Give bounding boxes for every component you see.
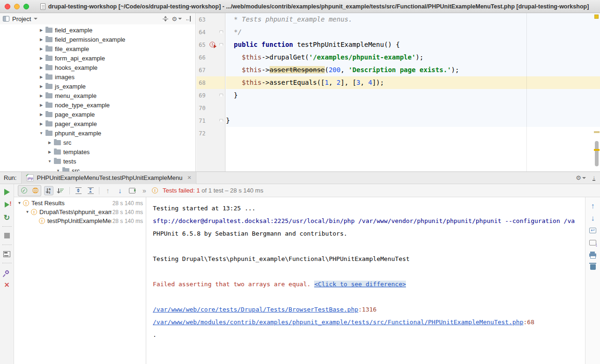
- project-tree-item[interactable]: ▶images: [0, 72, 195, 82]
- project-tree-item[interactable]: ▼tests: [0, 156, 195, 166]
- show-ignored-button[interactable]: [30, 186, 40, 195]
- gutter-line[interactable]: 67: [196, 64, 225, 76]
- rerun-failed-tests-button[interactable]: !: [2, 200, 12, 210]
- inspections-status-icon[interactable]: [594, 15, 599, 19]
- project-tree-item[interactable]: ▶templates: [0, 147, 195, 156]
- gutter-line[interactable]: 69: [196, 89, 225, 102]
- expanded-arrow-icon[interactable]: ▼: [24, 210, 31, 214]
- collapsed-arrow-icon[interactable]: ▶: [38, 84, 45, 89]
- collapsed-arrow-icon[interactable]: ▶: [38, 103, 45, 107]
- close-tab-icon[interactable]: ✕: [187, 175, 191, 181]
- collapsed-arrow-icon[interactable]: ▶: [38, 75, 45, 79]
- console-link[interactable]: <Click to see difference>: [314, 281, 406, 288]
- project-tree-item[interactable]: ▶page_example: [0, 110, 195, 119]
- code-fold-marker-icon[interactable]: [219, 43, 223, 47]
- gutter-line[interactable]: 71: [196, 114, 225, 127]
- collapsed-arrow-icon[interactable]: ▶: [38, 28, 45, 32]
- code-fold-marker-icon[interactable]: [219, 119, 223, 123]
- project-tree-item[interactable]: ▶hooks_example: [0, 63, 195, 72]
- project-tree-item[interactable]: ▶pager_example: [0, 119, 195, 128]
- sort-alphabetically-button[interactable]: az: [44, 186, 53, 195]
- project-settings-gear-button[interactable]: ⚙: [172, 15, 181, 23]
- collapsed-arrow-icon[interactable]: ▶: [38, 66, 45, 70]
- project-tree-item[interactable]: ▶src: [0, 138, 195, 147]
- expand-all-button[interactable]: [74, 186, 83, 195]
- restore-layout-button[interactable]: [2, 249, 12, 259]
- code-line[interactable]: */: [226, 26, 600, 38]
- next-failed-test-button[interactable]: ↓: [115, 186, 125, 195]
- collapsed-arrow-icon[interactable]: ▶: [46, 150, 53, 154]
- project-tree-item[interactable]: ▶form_api_example: [0, 53, 195, 63]
- failed-test-gutter-icon[interactable]: !: [210, 42, 215, 47]
- project-tree-item[interactable]: ▶field_permission_example: [0, 35, 195, 44]
- gutter-line[interactable]: 68: [196, 76, 225, 89]
- warning-stripe-mark[interactable]: [594, 131, 600, 133]
- close-window-button[interactable]: [5, 4, 10, 9]
- scrollbar-thumb[interactable]: [595, 141, 599, 166]
- editor-gutter[interactable]: 636465!66676869707172: [196, 13, 225, 171]
- gutter-line[interactable]: 66: [196, 51, 225, 64]
- collapse-all-button[interactable]: [86, 186, 95, 195]
- collapsed-arrow-icon[interactable]: ▶: [38, 47, 45, 51]
- project-tree-item[interactable]: ▼src: [0, 166, 195, 171]
- more-actions-button[interactable]: »: [140, 186, 149, 195]
- gutter-line[interactable]: 64: [196, 26, 225, 38]
- console-link[interactable]: /var/www/web/modules/contrib/examples/ph…: [153, 319, 524, 326]
- code-line[interactable]: }: [226, 114, 600, 127]
- code-line[interactable]: $this->assertResponse(200, 'Description …: [226, 64, 600, 76]
- collapsed-arrow-icon[interactable]: ▶: [38, 37, 45, 42]
- line-number[interactable]: 70: [196, 105, 209, 111]
- code-line[interactable]: }: [226, 89, 600, 102]
- test-console-output[interactable]: Testing started at 13:25 ...sftp://docke…: [147, 197, 585, 364]
- collapsed-arrow-icon[interactable]: ▶: [38, 122, 45, 126]
- collapse-all-button[interactable]: [161, 15, 170, 23]
- run-settings-gear-button[interactable]: ⚙: [576, 174, 586, 181]
- hide-run-panel-button[interactable]: ↓: [592, 175, 595, 181]
- minimize-window-button[interactable]: [14, 4, 20, 9]
- rerun-button[interactable]: [2, 187, 12, 197]
- test-result-row[interactable]: !testPhpUnitExampleMenu28 s 140 ms: [14, 216, 146, 225]
- editor-code-area[interactable]: * Tests phpunit_example menus. */ public…: [226, 13, 600, 171]
- project-tree-item[interactable]: ▶file_example: [0, 44, 195, 53]
- gutter-line[interactable]: 70: [196, 102, 225, 114]
- previous-failed-test-button[interactable]: ↑: [103, 186, 112, 195]
- console-link[interactable]: /var/www/web/core/tests/Drupal/Tests/Bro…: [153, 306, 358, 313]
- line-number[interactable]: 63: [196, 16, 209, 23]
- test-result-row[interactable]: ▼!Drupal\Tests\phpunit_example\Functiona…: [14, 208, 146, 216]
- code-fold-marker-icon[interactable]: [219, 94, 223, 97]
- hide-project-panel-button[interactable]: ←: [183, 15, 193, 23]
- code-line[interactable]: $this->drupalGet('/examples/phpunit-exam…: [226, 51, 600, 64]
- code-fold-marker-icon[interactable]: [219, 30, 223, 34]
- project-tree-item[interactable]: ▶field_example: [0, 25, 195, 35]
- soft-wrap-button[interactable]: ↩: [588, 225, 598, 236]
- test-result-row[interactable]: ▼!Test Results28 s 140 ms: [14, 199, 146, 208]
- expanded-arrow-icon[interactable]: ▼: [16, 201, 23, 205]
- collapsed-arrow-icon[interactable]: ▶: [38, 112, 45, 117]
- pin-tab-button[interactable]: [2, 267, 12, 277]
- line-number[interactable]: 69: [196, 92, 209, 99]
- project-tree-item[interactable]: ▼phpunit_example: [0, 128, 195, 138]
- collapsed-arrow-icon[interactable]: ▶: [38, 94, 45, 98]
- gutter-line[interactable]: 63: [196, 13, 225, 26]
- code-line[interactable]: $this->assertEquals([1, 2], [3, 4]);: [226, 76, 600, 89]
- project-tree-item[interactable]: ▶menu_example: [0, 91, 195, 100]
- gutter-line[interactable]: 65!: [196, 38, 225, 51]
- line-number[interactable]: 68: [196, 80, 209, 86]
- line-number[interactable]: 67: [196, 67, 209, 74]
- expanded-arrow-icon[interactable]: ▼: [46, 159, 53, 163]
- code-line[interactable]: [226, 102, 600, 114]
- collapsed-arrow-icon[interactable]: ▶: [38, 56, 45, 60]
- expanded-arrow-icon[interactable]: ▼: [38, 131, 45, 135]
- open-results-in-editor-button[interactable]: [588, 238, 598, 248]
- project-tree-item[interactable]: ▶node_type_example: [0, 100, 195, 110]
- code-line[interactable]: [226, 127, 600, 140]
- toggle-auto-test-button[interactable]: ↻: [2, 212, 12, 223]
- collapsed-arrow-icon[interactable]: ▶: [46, 141, 53, 145]
- import-test-results-button[interactable]: [128, 186, 137, 195]
- clear-all-button[interactable]: [588, 262, 598, 272]
- print-button[interactable]: [588, 250, 598, 260]
- editor-scrollbar[interactable]: [593, 13, 600, 171]
- show-passed-button[interactable]: ✓: [19, 186, 29, 195]
- project-tree-item[interactable]: ▶js_example: [0, 82, 195, 91]
- zoom-window-button[interactable]: [23, 4, 29, 9]
